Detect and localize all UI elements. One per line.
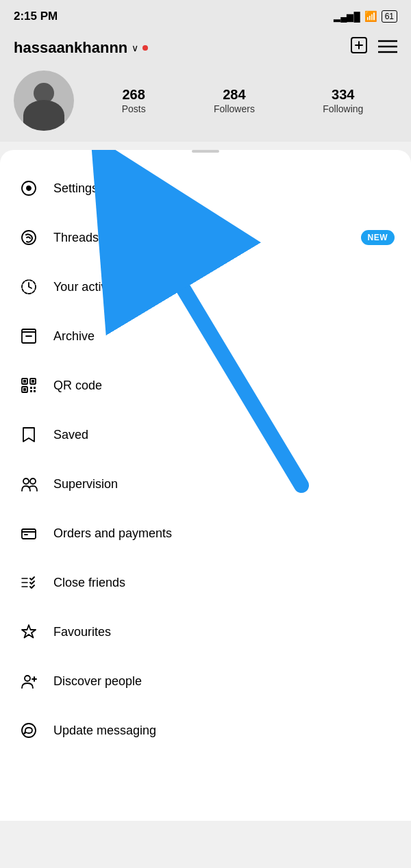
followers-label: Followers: [214, 103, 255, 114]
supervision-label: Supervision: [53, 477, 118, 492]
closefriends-label: Close friends: [53, 576, 125, 590]
posts-label: Posts: [122, 103, 146, 114]
menu-item-activity[interactable]: Your activity: [0, 262, 411, 311]
menu-item-favourites[interactable]: Favourites: [0, 607, 411, 656]
battery-icon: 61: [382, 10, 397, 23]
menu-item-messaging[interactable]: Update messaging: [0, 706, 411, 755]
qrcode-label: QR code: [53, 379, 102, 393]
menu-item-orders[interactable]: Orders and payments: [0, 509, 411, 558]
status-icons: ▂▄▆█ 📶 61: [334, 10, 397, 23]
status-time: 2:15 PM: [14, 10, 58, 23]
chevron-down-icon[interactable]: ∨: [132, 42, 138, 53]
add-post-button[interactable]: [349, 36, 369, 60]
settings-icon: [16, 176, 41, 201]
settings-label: Settings and privacy: [53, 181, 164, 196]
svg-point-21: [30, 478, 36, 484]
svg-rect-14: [32, 380, 34, 383]
avatar[interactable]: [14, 71, 74, 131]
threads-icon: [16, 225, 41, 250]
stat-following[interactable]: 334 Following: [323, 87, 363, 115]
svg-rect-22: [22, 529, 36, 539]
username: hassaankhannn: [14, 39, 127, 57]
svg-point-26: [25, 676, 30, 681]
menu-item-saved[interactable]: Saved: [0, 410, 411, 459]
svg-rect-13: [23, 380, 26, 383]
wifi-icon: 📶: [364, 10, 377, 23]
supervision-icon: [16, 472, 41, 496]
menu-item-supervision[interactable]: Supervision: [0, 459, 411, 509]
messaging-icon: [16, 718, 41, 743]
orders-icon: [16, 521, 41, 546]
svg-rect-15: [23, 388, 26, 391]
menu-item-qrcode[interactable]: QR code: [0, 361, 411, 410]
posts-count: 268: [122, 87, 146, 103]
stat-followers[interactable]: 284 Followers: [214, 87, 255, 115]
header-top: hassaankhannn ∨: [14, 36, 397, 60]
menu-item-discover[interactable]: Discover people: [0, 656, 411, 706]
following-label: Following: [323, 103, 363, 114]
menu-item-closefriends[interactable]: Close friends: [0, 558, 411, 607]
signal-icon: ▂▄▆█: [334, 12, 360, 22]
svg-rect-19: [34, 390, 36, 392]
username-row: hassaankhannn ∨: [14, 39, 148, 57]
svg-point-20: [23, 478, 29, 484]
drag-handle[interactable]: [192, 150, 219, 153]
discover-label: Discover people: [53, 674, 142, 689]
closefriends-icon: [16, 570, 41, 595]
archive-icon: [16, 324, 41, 348]
threads-label: Threads: [53, 231, 99, 245]
threads-new-badge: NEW: [361, 230, 395, 245]
svg-point-7: [27, 186, 31, 190]
svg-point-27: [22, 724, 36, 737]
svg-rect-16: [30, 387, 32, 389]
favourites-icon: [16, 620, 41, 644]
followers-count: 284: [214, 87, 255, 103]
header-actions: [349, 36, 397, 60]
svg-rect-17: [34, 387, 36, 389]
stats-items: 268 Posts 284 Followers 334 Following: [88, 87, 397, 115]
profile-header: hassaankhannn ∨: [0, 30, 411, 142]
activity-label: Your activity: [53, 280, 119, 294]
following-count: 334: [323, 87, 363, 103]
svg-rect-18: [30, 390, 32, 392]
menu-item-archive[interactable]: Archive: [0, 311, 411, 361]
qrcode-icon: [16, 373, 41, 398]
status-bar: 2:15 PM ▂▄▆█ 📶 61: [0, 0, 411, 30]
hamburger-menu-button[interactable]: [378, 37, 397, 58]
saved-icon: [16, 422, 41, 447]
menu-item-settings[interactable]: Settings and privacy: [0, 164, 411, 213]
discover-icon: [16, 669, 41, 693]
saved-label: Saved: [53, 428, 88, 442]
bottom-sheet: Settings and privacy Threads NEW: [0, 150, 411, 821]
orders-label: Orders and payments: [53, 526, 172, 541]
archive-label: Archive: [53, 329, 95, 344]
stat-posts[interactable]: 268 Posts: [122, 87, 146, 115]
messaging-label: Update messaging: [53, 724, 156, 738]
menu-list: Settings and privacy Threads NEW: [0, 158, 411, 761]
activity-icon: [16, 275, 41, 299]
profile-stats: 268 Posts 284 Followers 334 Following: [14, 71, 397, 131]
active-status-dot: [142, 45, 148, 51]
favourites-label: Favourites: [53, 625, 111, 639]
menu-item-threads[interactable]: Threads NEW: [0, 213, 411, 262]
